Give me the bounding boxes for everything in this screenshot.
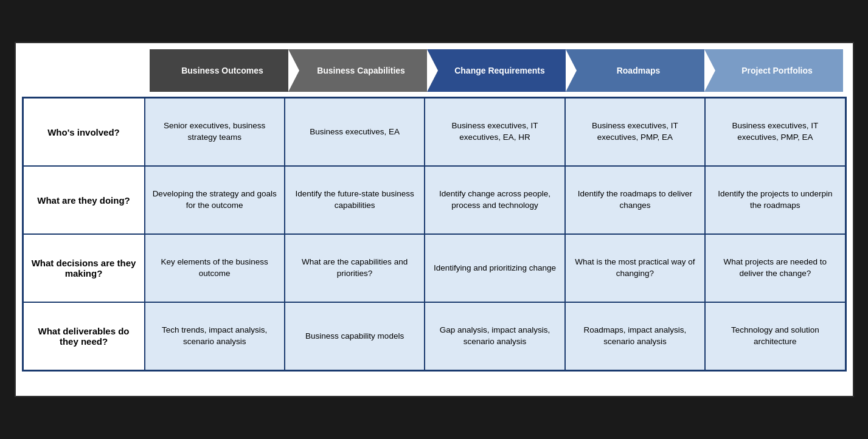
cell-what-decisions-1: What are the capabilities and priorities…	[285, 235, 425, 302]
cell-text-what-decisions-4: What projects are needed to deliver the …	[713, 257, 837, 280]
cell-whos-involved-0: Senior executives, business strategy tea…	[145, 99, 285, 165]
table-row-what-doing: What are they doing?Developing the strat…	[24, 167, 845, 235]
cell-text-whos-involved-2: Business executives, IT executives, EA, …	[432, 120, 557, 143]
cells-row-what-deliverables: Tech trends, impact analysis, scenario a…	[145, 303, 845, 370]
cell-whos-involved-1: Business executives, EA	[285, 99, 425, 165]
cell-text-what-deliverables-0: Tech trends, impact analysis, scenario a…	[153, 325, 277, 348]
cell-text-what-doing-4: Identify the projects to underpin the ro…	[713, 188, 837, 212]
cell-what-deliverables-0: Tech trends, impact analysis, scenario a…	[145, 303, 285, 370]
cell-what-doing-4: Identify the projects to underpin the ro…	[706, 167, 844, 233]
cell-whos-involved-2: Business executives, IT executives, EA, …	[425, 99, 565, 165]
cell-what-doing-0: Developing the strategy and goals for th…	[145, 167, 285, 233]
chevron-label: Project Portfolios	[741, 66, 813, 75]
cell-what-deliverables-2: Gap analysis, impact analysis, scenario …	[425, 303, 565, 370]
cell-text-what-doing-1: Identify the future-state business capab…	[293, 188, 417, 212]
cell-what-decisions-0: Key elements of the business outcome	[145, 235, 285, 302]
chevron-business-outcomes: Business Outcomes	[150, 49, 288, 92]
chevron-label: Business Capabilities	[317, 66, 405, 75]
cell-whos-involved-4: Business executives, IT executives, PMP,…	[706, 99, 844, 165]
table-row-what-decisions: What decisions are they making?Key eleme…	[24, 235, 845, 303]
cell-what-decisions-4: What projects are needed to deliver the …	[706, 235, 844, 302]
cells-row-what-decisions: Key elements of the business outcomeWhat…	[145, 235, 845, 302]
cell-text-what-decisions-0: Key elements of the business outcome	[153, 257, 277, 280]
table-row-what-deliverables: What deliverables do they need?Tech tren…	[24, 303, 845, 370]
cell-text-what-doing-0: Developing the strategy and goals for th…	[153, 188, 277, 212]
chevron-label: Change Requirements	[454, 66, 545, 75]
cells-row-whos-involved: Senior executives, business strategy tea…	[145, 99, 845, 165]
cell-what-decisions-2: Identifying and prioritizing change	[425, 235, 565, 302]
chevron-change-requirements: Change Requirements	[427, 49, 566, 92]
cell-text-what-decisions-3: What is the most practical way of changi…	[573, 257, 697, 280]
row-header-what-deliverables: What deliverables do they need?	[24, 303, 145, 370]
cell-what-deliverables-4: Technology and solution architecture	[706, 303, 844, 370]
chevron-label: Business Outcomes	[181, 66, 263, 75]
chevron-business-capabilities: Business Capabilities	[288, 49, 427, 92]
cell-text-whos-involved-4: Business executives, IT executives, PMP,…	[713, 120, 837, 143]
cell-text-what-deliverables-2: Gap analysis, impact analysis, scenario …	[432, 325, 557, 348]
table-row-whos-involved: Who's involved?Senior executives, busine…	[24, 99, 845, 167]
cell-what-doing-2: Identify change across people, process a…	[425, 167, 565, 233]
row-header-what-doing: What are they doing?	[24, 167, 145, 233]
row-header-what-decisions: What decisions are they making?	[24, 235, 145, 302]
cell-text-whos-involved-1: Business executives, EA	[310, 126, 400, 138]
cell-what-doing-1: Identify the future-state business capab…	[285, 167, 425, 233]
main-container: Business OutcomesBusiness CapabilitiesCh…	[15, 42, 854, 397]
cell-text-whos-involved-3: Business executives, IT executives, PMP,…	[573, 120, 697, 143]
cells-row-what-doing: Developing the strategy and goals for th…	[145, 167, 845, 233]
cell-text-whos-involved-0: Senior executives, business strategy tea…	[153, 120, 277, 143]
copyright-text: © 2017 Gartner, Inc.	[22, 375, 847, 384]
cell-what-decisions-3: What is the most practical way of changi…	[566, 235, 706, 302]
cell-text-what-doing-3: Identify the roadmaps to deliver changes	[573, 188, 697, 212]
cell-whos-involved-3: Business executives, IT executives, PMP,…	[566, 99, 706, 165]
row-header-whos-involved: Who's involved?	[24, 99, 145, 165]
chevron-header: Business OutcomesBusiness CapabilitiesCh…	[150, 49, 847, 92]
cell-text-what-deliverables-3: Roadmaps, impact analysis, scenario anal…	[573, 325, 697, 348]
cell-what-deliverables-3: Roadmaps, impact analysis, scenario anal…	[566, 303, 706, 370]
cell-what-doing-3: Identify the roadmaps to deliver changes	[566, 167, 706, 233]
cell-text-what-decisions-2: Identifying and prioritizing change	[434, 263, 556, 274]
cell-text-what-deliverables-4: Technology and solution architecture	[713, 325, 837, 348]
main-table: Who's involved?Senior executives, busine…	[22, 97, 847, 372]
cell-what-deliverables-1: Business capability models	[285, 303, 425, 370]
chevron-roadmaps: Roadmaps	[566, 49, 704, 92]
chevron-project-portfolios: Project Portfolios	[704, 49, 843, 92]
cell-text-what-decisions-1: What are the capabilities and priorities…	[293, 257, 417, 280]
chevron-label: Roadmaps	[617, 66, 661, 75]
cell-text-what-deliverables-1: Business capability models	[305, 331, 404, 342]
cell-text-what-doing-2: Identify change across people, process a…	[432, 188, 557, 212]
